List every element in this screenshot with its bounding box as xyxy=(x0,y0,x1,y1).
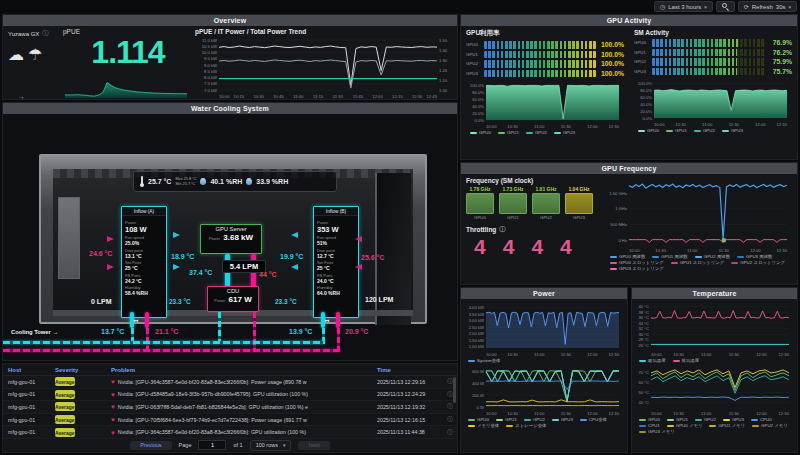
svg-text:200 W: 200 W xyxy=(472,393,484,398)
col-time[interactable]: Time xyxy=(377,367,443,373)
legend-item[interactable]: GPU3 xyxy=(722,128,743,133)
legend-item[interactable]: GPU0 メモリ xyxy=(667,423,703,428)
page-input[interactable] xyxy=(198,440,226,450)
power-trend-chart[interactable]: 11.0 kW10.5 kW10.0 kW9.5 kW9.0 kW8.5 kW8… xyxy=(193,37,456,99)
legend-item[interactable]: GPU2 周波数 xyxy=(695,254,730,259)
next-page-button[interactable]: Next xyxy=(298,441,329,450)
refresh-button[interactable]: ⟳ Refresh 30s ▾ xyxy=(738,1,797,12)
legend-item[interactable]: GPU1 周波数 xyxy=(652,254,687,259)
legend-swatch xyxy=(468,419,475,421)
frequency-chart[interactable]: 1.50 GHz1 GHz500 MHz0 Hz10:0010:3011:001… xyxy=(606,177,792,253)
temp-outer-right: 25.6 °C xyxy=(361,254,384,261)
rows-per-page-select[interactable]: 100 rows▾ xyxy=(250,440,292,451)
severity-icon: ♥ xyxy=(111,403,115,410)
alert-time: 2025/11/13 12:19:32 xyxy=(377,404,443,410)
legend-item[interactable]: GPU0 スロットリング xyxy=(610,260,664,265)
cooling-tower-label: Cooling Tower → xyxy=(11,329,58,335)
legend-item[interactable]: 排気温度 xyxy=(673,358,700,363)
info-icon[interactable]: ⓘ xyxy=(443,429,457,436)
legend-item[interactable]: GPU1 スロットリング xyxy=(671,260,725,265)
svg-text:11:00: 11:00 xyxy=(701,411,712,416)
component-temp-chart[interactable]: 70 °C60 °C50 °C40 °C10:0010:3011:0011:30… xyxy=(635,364,794,416)
legend-item[interactable]: GPU1 xyxy=(498,130,519,135)
legend-item[interactable]: GPU2 xyxy=(524,417,545,422)
svg-text:40.0%: 40.0% xyxy=(640,102,652,107)
info-icon[interactable]: ⓘ xyxy=(443,416,457,423)
legend-item[interactable]: CPU1 xyxy=(639,423,660,428)
col-host[interactable]: Host xyxy=(3,367,55,373)
legend-item[interactable]: 吸気温度 xyxy=(639,358,666,363)
legend-item[interactable]: GPU1 xyxy=(667,417,688,422)
legend-item[interactable]: GPU3 xyxy=(554,130,575,135)
legend-item[interactable]: CPU全体 xyxy=(580,417,607,422)
clock-icon: ◷ xyxy=(660,3,665,10)
svg-text:10:30: 10:30 xyxy=(655,248,666,253)
legend-item[interactable]: GPU0 xyxy=(470,130,491,135)
legend-swatch xyxy=(751,419,758,421)
legend-item[interactable]: GPU1 xyxy=(496,417,517,422)
alert-problem[interactable]: Nvidia: [GPU-70f5f684-6ee3-bf79-74b9-ec7… xyxy=(118,417,307,423)
component-power-chart[interactable]: 600 W400 W200 W0 W10:0010:3011:0011:3012… xyxy=(464,364,624,416)
legend-item[interactable]: CPU0 xyxy=(751,417,772,422)
svg-text:40.0%: 40.0% xyxy=(472,104,484,109)
legend-item[interactable]: GPU3 xyxy=(723,417,744,422)
alert-problem[interactable]: Nvidia: [GPU-364c3587-6e0d-bf20-83a8-83e… xyxy=(118,429,306,435)
legend-label: GPU2 スロットリング xyxy=(740,260,785,265)
loop-supply-a-temp: 13.7 °C xyxy=(101,328,124,335)
legend-item[interactable]: GPU2 xyxy=(526,130,547,135)
alert-problem[interactable]: Nvidia: [GPU-364c3587-6e0d-bf20-83a8-83e… xyxy=(118,379,307,385)
svg-text:100.0%: 100.0% xyxy=(638,81,652,86)
legend-item[interactable]: GPU2 xyxy=(694,128,715,133)
sm-activity-chart[interactable]: 100.0%80.0%60.0%40.0%20.0%0.0%10:0010:30… xyxy=(634,79,792,127)
ambient-temp-chart[interactable]: 40 °C38 °C36 °C34 °C32 °C30 °C28 °C26 °C… xyxy=(635,301,794,357)
time-range-picker[interactable]: ◷ Last 3 hours ▾ xyxy=(654,1,713,12)
legend-item[interactable]: GPU3 xyxy=(552,417,573,422)
legend-item[interactable]: GPU3 周波数 xyxy=(737,254,772,259)
previous-page-button[interactable]: Previous xyxy=(130,441,171,450)
legend-swatch xyxy=(667,425,674,427)
info-icon[interactable]: ⓘ xyxy=(443,403,457,410)
legend-item[interactable]: GPU0 xyxy=(638,128,659,133)
svg-text:34 °C: 34 °C xyxy=(638,321,649,326)
legend-item[interactable]: GPU0 xyxy=(639,417,660,422)
legend-label: GPU3 スロットリング xyxy=(619,266,664,271)
legend-item[interactable]: GPU0 xyxy=(468,417,489,422)
system-power-chart[interactable]: 4.00 kW3.50 kW3.00 kW2.50 kW2.00 kW1.50 … xyxy=(464,301,624,357)
legend-item[interactable]: GPU2 メモリ xyxy=(752,423,788,428)
legend-item[interactable]: GPU1 メモリ xyxy=(709,423,745,428)
legend-item[interactable]: GPU1 xyxy=(666,128,687,133)
legend-item[interactable]: GPU0 周波数 xyxy=(610,254,645,259)
svg-text:10:00: 10:00 xyxy=(651,411,662,416)
room-temp-min: Min 25.7 °C xyxy=(175,182,195,186)
field-value: 13.1 °C xyxy=(125,253,163,259)
table-scrollbar[interactable] xyxy=(453,377,456,403)
temp-inner-right: 19.9 °C xyxy=(280,253,303,260)
alert-problem[interactable]: Nvidia: [GPU-063f7ff8-5daf-deb7-fb81-b82… xyxy=(118,404,308,410)
col-problem[interactable]: Problem xyxy=(111,367,377,373)
svg-text:11:00: 11:00 xyxy=(534,124,545,129)
legend-item[interactable]: メモリ全体 xyxy=(468,423,499,428)
frequency-tile: 1.04 GHzGPU3 xyxy=(565,186,593,220)
zoom-out-button[interactable] xyxy=(716,1,735,12)
alert-problem[interactable]: Nvidia: [GPU-d58485a9-18e9-3f3b-957b-db9… xyxy=(118,391,308,397)
info-icon[interactable]: ⓘ xyxy=(499,225,505,234)
gpu-gauge-row: GPU2100.0% xyxy=(466,59,624,69)
legend-item[interactable]: ストレージ全体 xyxy=(506,423,546,428)
svg-text:12:15: 12:15 xyxy=(392,94,403,99)
legend-item[interactable]: GPU2 スロットリング xyxy=(731,260,785,265)
gpu-activity-header: GPU Activity xyxy=(461,15,797,26)
legend-item[interactable]: GPU2 xyxy=(695,417,716,422)
info-icon[interactable]: ⓘ xyxy=(42,29,48,38)
gpu-gauge-row: GPU3100.0% xyxy=(466,69,624,79)
svg-text:80.0%: 80.0% xyxy=(472,90,484,95)
inflow-b-unit: Inflow (B) Power353 WFan speed51%Dew poi… xyxy=(313,206,359,318)
legend-item[interactable]: GPU3 メモリ xyxy=(639,429,675,434)
legend-item[interactable]: System全体 xyxy=(468,358,500,363)
gpu-util-chart[interactable]: 100.0%80.0%60.0%40.0%20.0%0.0%10:0010:30… xyxy=(466,81,624,129)
col-severity[interactable]: Severity xyxy=(55,367,111,373)
gpu-frequency-panel: GPU Frequency Frequency (SM clock) 1.78 … xyxy=(460,162,798,285)
legend-item[interactable]: GPU3 スロットリング xyxy=(610,266,664,271)
ppue-stat: pPUE 1.114 xyxy=(63,26,193,100)
svg-text:10:30: 10:30 xyxy=(673,411,684,416)
svg-text:11:00: 11:00 xyxy=(687,248,698,253)
